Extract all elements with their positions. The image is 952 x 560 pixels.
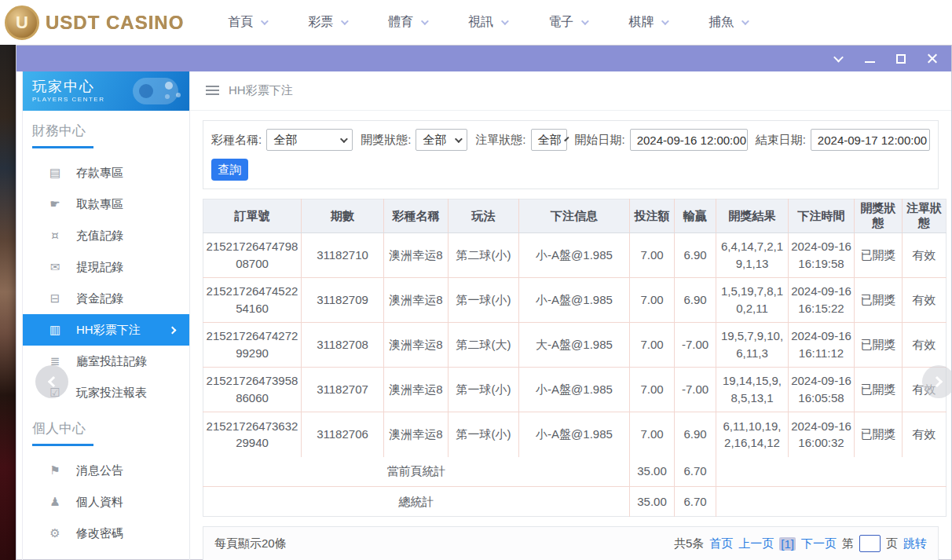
brand-logo[interactable]: U USDT CASINO bbox=[5, 5, 184, 40]
nav-item-label: 棋牌 bbox=[628, 14, 654, 31]
section-title-personal: 個人中心 bbox=[32, 419, 189, 437]
window-dropdown-icon[interactable] bbox=[832, 53, 844, 65]
sidebar-item-label: 消息公告 bbox=[76, 463, 123, 478]
summary-empty bbox=[716, 487, 947, 517]
summary-winloss-total: 6.70 bbox=[675, 487, 716, 517]
cell-winloss: 6.90 bbox=[675, 233, 716, 278]
sidebar-item[interactable]: ☛ 取款專區 bbox=[23, 188, 189, 220]
table-row[interactable]: 2152172647363229940 31182706 澳洲幸运8 第一球(小… bbox=[203, 412, 947, 457]
table-row[interactable]: 2152172647395886060 31182707 澳洲幸运8 第一球(小… bbox=[203, 368, 947, 412]
nav-item[interactable]: 捕魚 bbox=[709, 14, 747, 31]
sidebar-item[interactable]: ⚙ 修改密碼 bbox=[23, 518, 189, 549]
page-size-text: 每頁顯示20條 bbox=[214, 536, 287, 551]
nav-item[interactable]: 視訊 bbox=[468, 14, 507, 31]
cell-bet-amount: 7.00 bbox=[630, 323, 675, 368]
jump-page-input[interactable] bbox=[859, 535, 881, 552]
chevron-down-icon bbox=[741, 17, 749, 25]
sidebar-collapse-button[interactable] bbox=[35, 365, 68, 398]
cell-bet-time: 2024-09-16 16:11:12 bbox=[789, 323, 855, 368]
cell-bet-time: 2024-09-16 16:19:58 bbox=[789, 233, 855, 278]
funds-record-icon: ⊟ bbox=[48, 291, 62, 306]
panel-expand-button[interactable] bbox=[922, 365, 952, 398]
menu-toggle-icon[interactable] bbox=[206, 86, 219, 96]
cell-draw-status: 已開獎 bbox=[855, 323, 903, 368]
sidebar-item-label: 存款專區 bbox=[76, 166, 123, 181]
sidebar-item[interactable]: ¤ 充值記錄 bbox=[23, 220, 189, 251]
sidebar-item[interactable]: ✉ 提現記錄 bbox=[23, 251, 189, 283]
sidebar-item-label: 充值記錄 bbox=[76, 229, 123, 243]
cell-bet-info: 小-A盤@1.985 bbox=[519, 368, 630, 412]
cell-period: 31182709 bbox=[302, 278, 384, 323]
sidebar-item[interactable]: ▤ 存款專區 bbox=[23, 157, 189, 188]
bell-icon: ⚑ bbox=[48, 463, 62, 478]
nav-item[interactable]: 首頁 bbox=[228, 14, 266, 31]
window-maximize-icon[interactable] bbox=[895, 53, 907, 65]
nav-item[interactable]: 電子 bbox=[548, 14, 587, 31]
cell-playtype: 第二球(小) bbox=[449, 233, 519, 278]
nav-item[interactable]: 彩票 bbox=[308, 14, 346, 31]
order-status-select[interactable]: 全部 bbox=[531, 129, 567, 151]
cell-draw-status: 已開獎 bbox=[855, 233, 903, 278]
summary-label: 當前頁統計 bbox=[203, 457, 630, 487]
nav-menu: 首頁 彩票 體育 視訊 電子 棋牌 bbox=[228, 14, 747, 31]
brand-coin-icon: U bbox=[5, 5, 39, 40]
section-underline bbox=[32, 146, 93, 148]
cell-winloss: -7.00 bbox=[675, 368, 716, 412]
cell-playtype: 第一球(小) bbox=[449, 412, 519, 457]
end-date-label: 結束日期: bbox=[756, 133, 806, 148]
next-page-link[interactable]: 下一页 bbox=[801, 536, 837, 551]
cell-playtype: 第一球(小) bbox=[449, 278, 519, 323]
summary-bet-total: 35.00 bbox=[630, 487, 675, 517]
sidebar-item[interactable]: ♟ 個人資料 bbox=[23, 486, 189, 518]
start-date-input[interactable]: 2024-09-16 12:00:00 bbox=[630, 129, 748, 151]
table-row[interactable]: 2152172647479808700 31182710 澳洲幸运8 第二球(小… bbox=[203, 233, 947, 278]
summary-row: 當前頁統計 35.00 6.70 bbox=[203, 457, 947, 487]
end-date-input[interactable]: 2024-09-17 12:00:00 bbox=[811, 129, 930, 151]
prev-page-link[interactable]: 上一页 bbox=[738, 536, 774, 551]
cell-period: 31182707 bbox=[302, 368, 384, 412]
brand-name: USDT CASINO bbox=[46, 12, 184, 34]
bets-table: 訂單號期數彩種名稱玩法下注信息投注額輸贏開獎結果下注時間開獎狀態注單狀態 215… bbox=[203, 199, 947, 517]
chevron-right-icon bbox=[932, 376, 943, 387]
cell-bet-time: 2024-09-16 16:00:32 bbox=[789, 412, 855, 457]
table-header-cell: 注單狀態 bbox=[903, 199, 947, 233]
window-titlebar bbox=[16, 46, 951, 71]
background-photo-strip bbox=[0, 45, 16, 560]
sidebar-item[interactable]: ⚑ 消息公告 bbox=[23, 455, 189, 486]
sidebar-item-label: HH彩票下注 bbox=[76, 323, 141, 338]
nav-item-label: 視訊 bbox=[468, 14, 493, 31]
sidebar-item[interactable]: ▥ HH彩票下注 bbox=[23, 314, 189, 346]
query-button[interactable]: 查詢 bbox=[211, 159, 248, 181]
chevron-left-icon bbox=[48, 376, 59, 387]
lottery-name-label: 彩種名稱: bbox=[211, 133, 262, 148]
summary-winloss-total: 6.70 bbox=[675, 457, 716, 487]
table-row[interactable]: 2152172647427299290 31182708 澳洲幸运8 第二球(大… bbox=[203, 323, 947, 368]
table-header-cell: 下注信息 bbox=[519, 199, 630, 233]
cell-winloss: 6.90 bbox=[675, 278, 716, 323]
withdraw-record-wallet-icon: ✉ bbox=[48, 260, 62, 274]
cell-lottery: 澳洲幸运8 bbox=[384, 233, 449, 278]
table-header-cell: 玩法 bbox=[449, 199, 519, 233]
jump-prefix: 第 bbox=[842, 536, 854, 551]
draw-status-select[interactable]: 全部 bbox=[416, 129, 467, 151]
window-minimize-icon[interactable] bbox=[863, 53, 876, 65]
nav-item[interactable]: 體育 bbox=[388, 14, 427, 31]
window-close-icon[interactable] bbox=[926, 53, 939, 65]
cell-lottery: 澳洲幸运8 bbox=[384, 412, 449, 457]
table-row[interactable]: 2152172647452254160 31182709 澳洲幸运8 第一球(小… bbox=[203, 278, 947, 323]
summary-empty bbox=[716, 457, 947, 487]
jump-action-link[interactable]: 跳转 bbox=[903, 536, 927, 551]
chevron-down-icon bbox=[661, 17, 669, 25]
breadcrumb: HH彩票下注 bbox=[190, 71, 951, 111]
nav-item[interactable]: 棋牌 bbox=[628, 14, 667, 31]
first-page-link[interactable]: 首页 bbox=[709, 536, 733, 551]
cell-lottery: 澳洲幸运8 bbox=[384, 323, 449, 368]
cell-winloss: 6.90 bbox=[675, 412, 716, 457]
sidebar-item-label: 玩家投注報表 bbox=[76, 386, 147, 401]
cell-playtype: 第一球(小) bbox=[449, 368, 519, 412]
sidebar-item[interactable]: ⊟ 資金記錄 bbox=[23, 283, 189, 314]
sidebar-item-label: 修改密碼 bbox=[76, 526, 123, 541]
personal-menu: ⚑ 消息公告 ♟ 個人資料 ⚙ 修改密碼 bbox=[23, 455, 189, 549]
cell-bet-time: 2024-09-16 16:15:22 bbox=[789, 278, 855, 323]
lottery-name-select[interactable]: 全部 bbox=[266, 129, 353, 151]
